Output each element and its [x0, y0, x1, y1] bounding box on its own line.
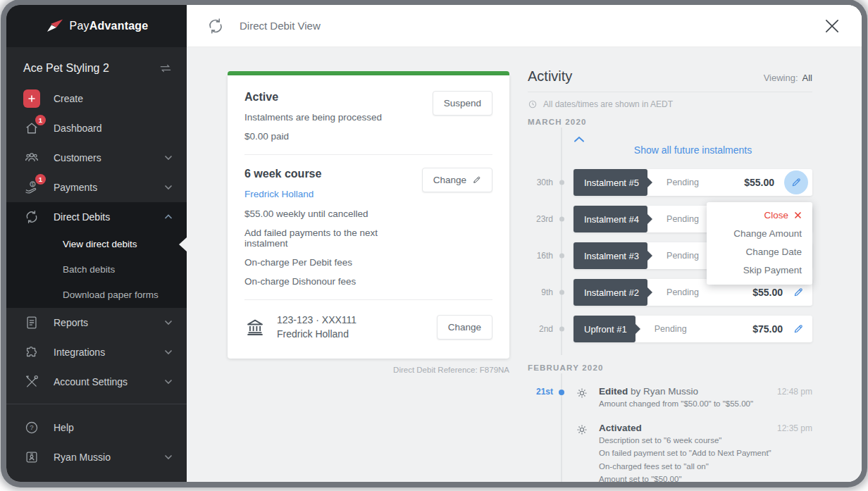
sidebar-item-account-settings[interactable]: Account Settings [6, 367, 187, 397]
timeline-date: 23rd [528, 214, 553, 224]
selected-pointer [179, 237, 187, 251]
sidebar: PayAdvantage Ace Pet Styling 2 Create 1 … [6, 5, 187, 482]
sidebar-item-customers[interactable]: Customers [6, 143, 187, 173]
logo-bar: PayAdvantage [6, 5, 187, 47]
instalment-tag: Instalment #5 [574, 169, 647, 196]
divider [6, 404, 187, 404]
sidebar-subitem-download-paper-forms[interactable]: Download paper forms [6, 282, 187, 308]
gear-icon [575, 423, 589, 437]
gear-icon [575, 386, 589, 400]
activity-panel: Activity Viewing:All All dates/times are… [528, 68, 812, 482]
paid-amount: $0.00 paid [244, 131, 433, 142]
timeline-dot [559, 217, 564, 222]
month-label-february: FEBRUARY 2020 [528, 363, 812, 372]
sidebar-item-label: Direct Debits [54, 211, 110, 223]
sidebar-item-label: Customers [54, 152, 101, 163]
chevron-down-icon [164, 454, 173, 460]
timeline-dot [559, 290, 564, 295]
page-title: Direct Debit View [240, 20, 321, 32]
chevron-up-icon [574, 136, 812, 142]
instalment-amount: $55.00 [744, 177, 774, 188]
content: Active Instalments are being processed $… [187, 47, 862, 482]
sidebar-item-label: Account Settings [54, 376, 128, 387]
instalment-edit-menu: Close Change Amount Change Date Skip Pay… [707, 202, 812, 285]
sidebar-item-payments[interactable]: $ 1 Payments [6, 173, 187, 202]
close-icon[interactable] [822, 16, 842, 36]
clock-icon [528, 99, 538, 109]
plan-line: On-charge Per Debit fees [244, 257, 422, 268]
payadvantage-logo-icon [45, 18, 63, 34]
sidebar-item-create[interactable]: Create [6, 84, 187, 113]
instalment-status: Pending [655, 324, 687, 334]
bank-account-number: 123-123 · XXX111 [277, 313, 437, 327]
instalment-status: Pending [666, 251, 699, 261]
menu-item-skip-payment[interactable]: Skip Payment [717, 265, 802, 275]
edit-pencil-icon[interactable] [793, 323, 804, 335]
switch-account-icon[interactable] [159, 61, 173, 75]
plus-icon [23, 89, 40, 108]
menu-close-button[interactable]: Close [717, 210, 802, 220]
sidebar-item-direct-debits[interactable]: Direct Debits [6, 202, 187, 232]
change-plan-button[interactable]: Change [422, 168, 492, 192]
event-title: Activated [599, 423, 642, 433]
event-title: Edited [599, 386, 628, 397]
instalment-row[interactable]: 30th Instalment #5 Pending $55.00 [574, 169, 812, 196]
status-line: Instalments are being processed [244, 112, 433, 123]
sidebar-subitem-batch-debits[interactable]: Batch debits [6, 257, 187, 282]
topbar: Direct Debit View [187, 5, 862, 47]
sidebar-item-integrations[interactable]: Integrations [6, 337, 187, 367]
sidebar-item-user[interactable]: Ryan Mussio [6, 442, 187, 472]
menu-item-change-date[interactable]: Change Date [717, 247, 802, 257]
timeline-dot [559, 327, 564, 332]
sidebar-bottom: ? Help Ryan Mussio [6, 397, 187, 482]
event-detail: Description set to "6 week course" [599, 435, 812, 447]
timeline-february: 21st Edited by Ryan Mussio 12:48 pm Amou… [528, 373, 812, 482]
pencil-icon [472, 175, 481, 185]
timeline-dot [559, 180, 564, 185]
sidebar-nav: Create 1 Dashboard Customers $ 1 [6, 84, 187, 397]
sidebar-item-label: Create [54, 93, 83, 104]
show-all-future-instalments-link[interactable]: Show all future instalments [574, 129, 812, 159]
brand-name: PayAdvantage [70, 20, 149, 32]
sidebar-item-dashboard[interactable]: 1 Dashboard [6, 113, 187, 143]
company-name: Ace Pet Styling 2 [23, 62, 109, 75]
plan-line: Add failed payments to the next instalme… [244, 228, 422, 249]
notification-badge: 1 [35, 174, 46, 185]
sidebar-item-help[interactable]: ? Help [6, 413, 187, 442]
activity-title: Activity [528, 68, 572, 85]
event-detail: Amount changed from "$50.00" to "$55.00" [599, 399, 812, 410]
timeline-date: 16th [528, 251, 553, 261]
sidebar-subitem-view-direct-debits[interactable]: View direct debits [6, 232, 187, 257]
puzzle-icon [23, 344, 40, 361]
change-bank-button[interactable]: Change [437, 315, 492, 340]
sidebar-item-reports[interactable]: Reports [6, 308, 187, 337]
user-card-icon [23, 449, 40, 466]
sidebar-item-label: Reports [54, 317, 88, 328]
sidebar-item-label: Payments [54, 182, 97, 193]
document-icon [23, 314, 40, 331]
menu-item-change-amount[interactable]: Change Amount [717, 228, 802, 239]
event-title-suffix: by Ryan Mussio [628, 386, 698, 397]
instalment-row[interactable]: 2nd Upfront #1 Pending $75.00 [574, 316, 812, 342]
chevron-down-icon [164, 379, 173, 385]
tools-icon [23, 373, 40, 390]
customers-icon [23, 149, 40, 166]
sidebar-item-label: Ryan Mussio [54, 452, 111, 463]
event-detail: On-charged fees set to "all on" [599, 461, 812, 473]
plan-line: On-charge Dishonour fees [244, 276, 422, 287]
customer-link[interactable]: Fredrick Holland [244, 189, 314, 199]
sidebar-section-direct-debits: Direct Debits View direct debits Batch d… [6, 202, 187, 308]
help-icon: ? [23, 419, 40, 436]
viewing-filter[interactable]: Viewing:All [764, 73, 812, 83]
suspend-button[interactable]: Suspend [433, 91, 492, 116]
payments-icon: $ 1 [23, 179, 40, 196]
edit-pencil-icon[interactable] [793, 287, 804, 298]
timeline-date: 2nd [528, 324, 553, 334]
timeline-date: 21st [528, 387, 553, 397]
plan-line: $55.00 weekly until cancelled [244, 209, 422, 219]
edit-pencil-icon[interactable] [784, 170, 808, 194]
recurring-icon [206, 17, 225, 35]
divider [244, 299, 492, 300]
event-time: 12:35 pm [770, 423, 812, 433]
plan-title: 6 week course [244, 168, 422, 180]
